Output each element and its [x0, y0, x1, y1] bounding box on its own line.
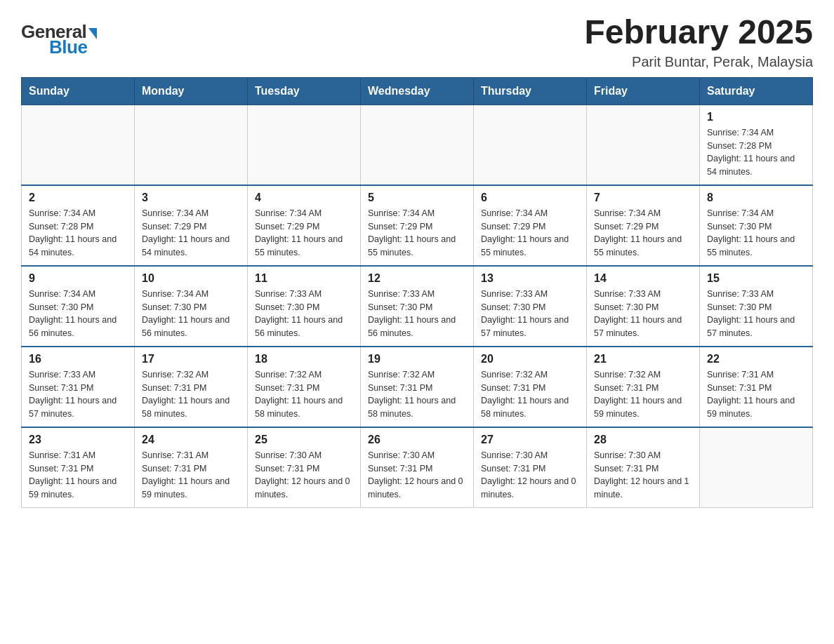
page-header: General Blue February 2025 Parit Buntar,… [21, 14, 813, 70]
calendar-week-row: 23Sunrise: 7:31 AMSunset: 7:31 PMDayligh… [22, 427, 813, 508]
day-number: 26 [368, 434, 466, 446]
day-info: Sunrise: 7:33 AMSunset: 7:30 PMDaylight:… [707, 288, 805, 340]
calendar-cell: 9Sunrise: 7:34 AMSunset: 7:30 PMDaylight… [22, 266, 135, 347]
calendar-cell: 28Sunrise: 7:30 AMSunset: 7:31 PMDayligh… [587, 427, 700, 508]
day-number: 14 [594, 272, 692, 285]
day-info: Sunrise: 7:33 AMSunset: 7:30 PMDaylight:… [368, 288, 466, 340]
calendar-cell: 24Sunrise: 7:31 AMSunset: 7:31 PMDayligh… [135, 427, 248, 508]
day-number: 16 [29, 353, 127, 365]
day-number: 4 [255, 192, 353, 204]
day-info: Sunrise: 7:34 AMSunset: 7:30 PMDaylight:… [707, 207, 805, 260]
calendar-cell: 5Sunrise: 7:34 AMSunset: 7:29 PMDaylight… [361, 185, 474, 266]
day-info: Sunrise: 7:33 AMSunset: 7:30 PMDaylight:… [481, 288, 579, 340]
calendar-cell: 13Sunrise: 7:33 AMSunset: 7:30 PMDayligh… [474, 266, 587, 347]
day-info: Sunrise: 7:34 AMSunset: 7:29 PMDaylight:… [481, 207, 579, 260]
calendar-cell [248, 105, 361, 185]
day-number: 12 [368, 272, 466, 285]
day-info: Sunrise: 7:30 AMSunset: 7:31 PMDaylight:… [255, 449, 353, 502]
day-number: 1 [707, 111, 805, 123]
day-number: 18 [255, 353, 353, 365]
title-section: February 2025 Parit Buntar, Perak, Malay… [584, 14, 813, 70]
day-info: Sunrise: 7:31 AMSunset: 7:31 PMDaylight:… [707, 368, 805, 421]
day-info: Sunrise: 7:34 AMSunset: 7:29 PMDaylight:… [255, 207, 353, 260]
calendar-cell [22, 105, 135, 185]
calendar-cell [135, 105, 248, 185]
day-info: Sunrise: 7:34 AMSunset: 7:30 PMDaylight:… [29, 288, 127, 340]
calendar-cell: 23Sunrise: 7:31 AMSunset: 7:31 PMDayligh… [22, 427, 135, 508]
weekday-header-saturday: Saturday [700, 77, 813, 105]
calendar-cell [700, 427, 813, 508]
day-info: Sunrise: 7:32 AMSunset: 7:31 PMDaylight:… [255, 368, 353, 421]
day-number: 8 [707, 192, 805, 204]
logo-blue-text: Blue [49, 36, 87, 58]
calendar-cell: 18Sunrise: 7:32 AMSunset: 7:31 PMDayligh… [248, 347, 361, 427]
day-info: Sunrise: 7:34 AMSunset: 7:29 PMDaylight:… [594, 207, 692, 260]
calendar-cell [361, 105, 474, 185]
day-number: 22 [707, 353, 805, 365]
day-info: Sunrise: 7:31 AMSunset: 7:31 PMDaylight:… [142, 449, 240, 502]
day-info: Sunrise: 7:30 AMSunset: 7:31 PMDaylight:… [594, 449, 692, 502]
weekday-header-tuesday: Tuesday [248, 77, 361, 105]
day-number: 21 [594, 353, 692, 365]
calendar-cell: 7Sunrise: 7:34 AMSunset: 7:29 PMDaylight… [587, 185, 700, 266]
day-number: 15 [707, 272, 805, 285]
day-info: Sunrise: 7:30 AMSunset: 7:31 PMDaylight:… [481, 449, 579, 502]
day-number: 6 [481, 192, 579, 204]
day-info: Sunrise: 7:34 AMSunset: 7:28 PMDaylight:… [29, 207, 127, 260]
day-info: Sunrise: 7:32 AMSunset: 7:31 PMDaylight:… [481, 368, 579, 421]
day-number: 17 [142, 353, 240, 365]
calendar-cell: 14Sunrise: 7:33 AMSunset: 7:30 PMDayligh… [587, 266, 700, 347]
calendar-cell: 25Sunrise: 7:30 AMSunset: 7:31 PMDayligh… [248, 427, 361, 508]
day-number: 10 [142, 272, 240, 285]
day-number: 19 [368, 353, 466, 365]
day-number: 25 [255, 434, 353, 446]
day-info: Sunrise: 7:31 AMSunset: 7:31 PMDaylight:… [29, 449, 127, 502]
day-number: 3 [142, 192, 240, 204]
day-info: Sunrise: 7:34 AMSunset: 7:29 PMDaylight:… [368, 207, 466, 260]
day-number: 27 [481, 434, 579, 446]
day-number: 2 [29, 192, 127, 204]
day-number: 20 [481, 353, 579, 365]
day-number: 24 [142, 434, 240, 446]
day-info: Sunrise: 7:34 AMSunset: 7:29 PMDaylight:… [142, 207, 240, 260]
day-number: 7 [594, 192, 692, 204]
calendar-cell: 6Sunrise: 7:34 AMSunset: 7:29 PMDaylight… [474, 185, 587, 266]
logo-triangle-icon [88, 28, 97, 39]
weekday-header-friday: Friday [587, 77, 700, 105]
day-info: Sunrise: 7:32 AMSunset: 7:31 PMDaylight:… [368, 368, 466, 421]
day-info: Sunrise: 7:33 AMSunset: 7:31 PMDaylight:… [29, 368, 127, 421]
calendar-week-row: 16Sunrise: 7:33 AMSunset: 7:31 PMDayligh… [22, 347, 813, 427]
day-info: Sunrise: 7:30 AMSunset: 7:31 PMDaylight:… [368, 449, 466, 502]
calendar-cell: 1Sunrise: 7:34 AMSunset: 7:28 PMDaylight… [700, 105, 813, 185]
calendar-cell: 3Sunrise: 7:34 AMSunset: 7:29 PMDaylight… [135, 185, 248, 266]
weekday-header-wednesday: Wednesday [361, 77, 474, 105]
calendar-week-row: 1Sunrise: 7:34 AMSunset: 7:28 PMDaylight… [22, 105, 813, 185]
calendar-header-row: SundayMondayTuesdayWednesdayThursdayFrid… [22, 77, 813, 105]
calendar-cell: 12Sunrise: 7:33 AMSunset: 7:30 PMDayligh… [361, 266, 474, 347]
day-number: 13 [481, 272, 579, 285]
calendar-cell: 11Sunrise: 7:33 AMSunset: 7:30 PMDayligh… [248, 266, 361, 347]
day-number: 28 [594, 434, 692, 446]
calendar-table: SundayMondayTuesdayWednesdayThursdayFrid… [21, 77, 813, 508]
day-number: 23 [29, 434, 127, 446]
day-info: Sunrise: 7:34 AMSunset: 7:28 PMDaylight:… [707, 126, 805, 179]
calendar-cell: 20Sunrise: 7:32 AMSunset: 7:31 PMDayligh… [474, 347, 587, 427]
calendar-cell: 26Sunrise: 7:30 AMSunset: 7:31 PMDayligh… [361, 427, 474, 508]
weekday-header-thursday: Thursday [474, 77, 587, 105]
calendar-cell: 16Sunrise: 7:33 AMSunset: 7:31 PMDayligh… [22, 347, 135, 427]
day-number: 11 [255, 272, 353, 285]
calendar-cell: 10Sunrise: 7:34 AMSunset: 7:30 PMDayligh… [135, 266, 248, 347]
calendar-cell: 19Sunrise: 7:32 AMSunset: 7:31 PMDayligh… [361, 347, 474, 427]
calendar-cell [474, 105, 587, 185]
calendar-week-row: 2Sunrise: 7:34 AMSunset: 7:28 PMDaylight… [22, 185, 813, 266]
calendar-cell: 2Sunrise: 7:34 AMSunset: 7:28 PMDaylight… [22, 185, 135, 266]
calendar-cell: 15Sunrise: 7:33 AMSunset: 7:30 PMDayligh… [700, 266, 813, 347]
day-info: Sunrise: 7:34 AMSunset: 7:30 PMDaylight:… [142, 288, 240, 340]
calendar-cell: 21Sunrise: 7:32 AMSunset: 7:31 PMDayligh… [587, 347, 700, 427]
weekday-header-sunday: Sunday [22, 77, 135, 105]
day-info: Sunrise: 7:33 AMSunset: 7:30 PMDaylight:… [255, 288, 353, 340]
day-info: Sunrise: 7:32 AMSunset: 7:31 PMDaylight:… [594, 368, 692, 421]
calendar-cell [587, 105, 700, 185]
day-number: 9 [29, 272, 127, 285]
weekday-header-monday: Monday [135, 77, 248, 105]
